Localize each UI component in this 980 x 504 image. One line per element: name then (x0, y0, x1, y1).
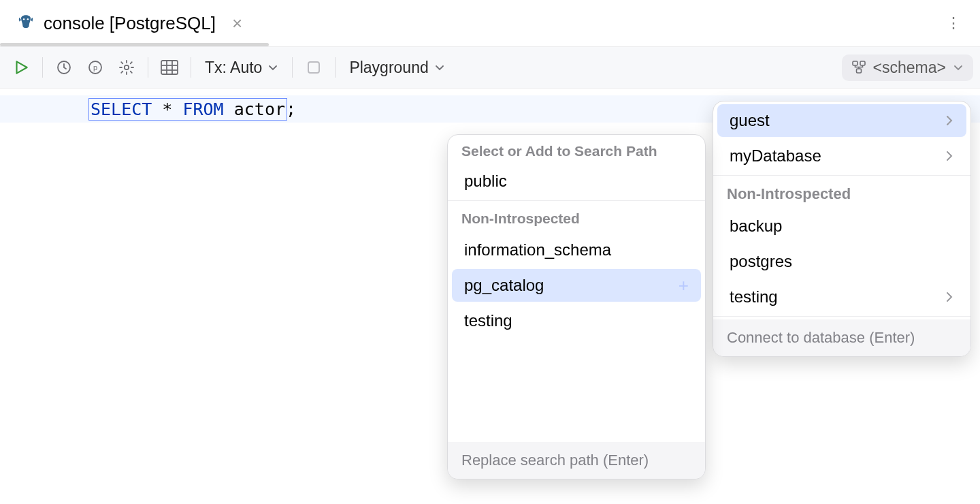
searchpath-item-pg-catalog[interactable]: pg_catalog + (452, 269, 701, 302)
popup-spacer (448, 340, 705, 442)
chevron-down-icon (953, 62, 964, 73)
divider (713, 316, 970, 317)
schema-label: <schema> (873, 59, 946, 77)
searchpath-item-label: information_schema (464, 240, 611, 259)
divider (713, 175, 970, 176)
plus-icon[interactable]: + (679, 277, 689, 294)
tab-title: console [PostgreSQL] (44, 13, 216, 34)
toolbar-right: <schema> (842, 54, 973, 81)
chevron-right-icon (945, 291, 954, 303)
history-icon[interactable] (50, 53, 78, 82)
svg-rect-6 (161, 61, 178, 74)
separator (191, 57, 191, 78)
svg-rect-12 (853, 61, 858, 65)
schema-item-testing[interactable]: testing (717, 281, 966, 313)
caret-selection-box: SELECT * FROM actor (88, 98, 287, 121)
schema-item-postgres[interactable]: postgres (717, 245, 966, 278)
schema-item-label: guest (730, 111, 770, 130)
chevron-down-icon (267, 62, 278, 73)
schema-item-label: backup (730, 217, 782, 236)
schema-icon (851, 60, 866, 75)
schema-popup-footer: Connect to database (Enter) (713, 319, 970, 356)
settings-icon[interactable] (112, 53, 141, 82)
stop-button[interactable] (299, 53, 328, 82)
separator (148, 57, 148, 78)
output-icon[interactable]: p (81, 53, 110, 82)
table-view-icon[interactable] (155, 53, 184, 82)
searchpath-popup: Select or Add to Search Path public Non-… (447, 134, 706, 479)
close-tab-icon[interactable]: × (232, 14, 242, 32)
searchpath-item-public[interactable]: public (452, 165, 701, 198)
gutter: 1 (0, 89, 88, 504)
popup-section-heading: Non-Introspected (713, 178, 970, 207)
kebab-menu-icon[interactable]: ⋮ (946, 14, 962, 32)
schema-item-label: postgres (730, 252, 792, 271)
svg-rect-13 (860, 61, 865, 65)
schema-item-mydatabase[interactable]: myDatabase (717, 140, 966, 172)
searchpath-item-information-schema[interactable]: information_schema (452, 234, 701, 266)
divider (448, 200, 705, 201)
schema-popup: guest myDatabase Non-Introspected backup… (713, 101, 971, 357)
searchpath-item-label: public (464, 172, 507, 191)
searchpath-heading: Select or Add to Search Path (461, 143, 691, 159)
session-dropdown[interactable]: Playground (342, 53, 451, 82)
tx-mode-label: Tx: Auto (205, 59, 262, 77)
searchpath-item-label: pg_catalog (464, 276, 544, 295)
svg-rect-11 (308, 62, 319, 73)
schema-switcher[interactable]: <schema> (842, 54, 973, 81)
schema-item-label: myDatabase (730, 146, 821, 166)
chevron-down-icon (434, 62, 445, 73)
schema-item-label: testing (730, 287, 778, 306)
tab-underline (0, 43, 269, 46)
schema-item-guest[interactable]: guest (717, 104, 966, 137)
searchpath-item-testing[interactable]: testing (452, 304, 701, 337)
separator (335, 57, 336, 78)
chevron-right-icon (945, 150, 954, 162)
run-button[interactable] (7, 53, 35, 82)
svg-rect-14 (856, 69, 861, 73)
toolbar: p Tx: Auto Playground <schema> (0, 46, 980, 89)
searchpath-popup-footer: Replace search path (Enter) (448, 442, 705, 479)
searchpath-heading-wrap: Select or Add to Search Path (448, 135, 705, 162)
svg-point-0 (23, 18, 24, 20)
schema-item-backup[interactable]: backup (717, 210, 966, 242)
separator (42, 57, 43, 78)
popup-section-heading: Non-Introspected (448, 204, 705, 231)
separator (292, 57, 293, 78)
postgres-elephant-icon (16, 14, 35, 33)
svg-point-1 (27, 18, 29, 20)
session-label: Playground (349, 59, 428, 77)
editor-tab[interactable]: console [PostgreSQL] × (12, 0, 252, 46)
chevron-right-icon (945, 114, 954, 127)
tab-bar: console [PostgreSQL] × ⋮ (0, 0, 980, 46)
svg-text:p: p (93, 63, 97, 72)
tx-mode-dropdown[interactable]: Tx: Auto (198, 53, 285, 82)
searchpath-item-label: testing (464, 311, 512, 330)
svg-point-5 (125, 65, 129, 69)
